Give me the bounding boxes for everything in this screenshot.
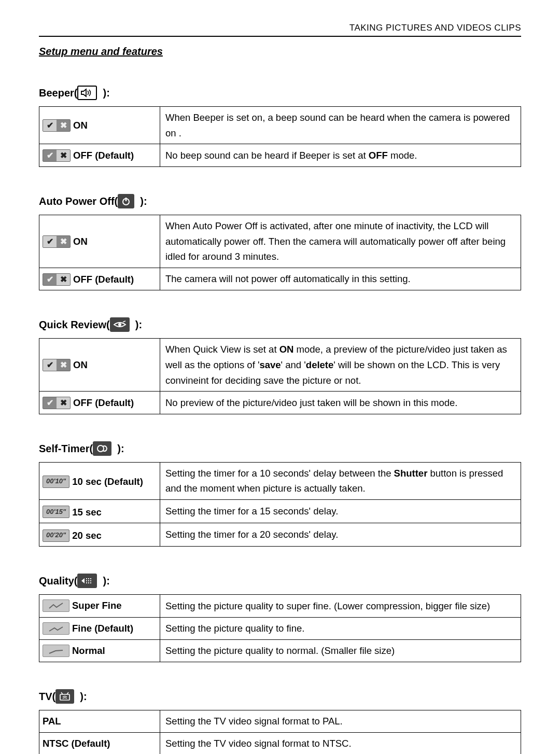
table-row: Super Fine Setting the picture quality t…: [39, 595, 521, 617]
description-cell: Setting the TV video signal format to NT…: [160, 733, 521, 754]
tv-section: TV( ): PAL Setting the TV video signal f…: [39, 688, 521, 754]
option-label: ON: [73, 357, 88, 373]
st-table: 00'10" 10 sec (Default) Setting the time…: [39, 462, 521, 547]
table-row: ✔✖ OFF (Default) The camera will not pow…: [39, 268, 521, 290]
option-cell: PAL: [39, 710, 160, 733]
option-label: NTSC (Default): [43, 738, 110, 749]
desc-bold: save: [259, 359, 281, 370]
auto-power-off-section: Auto Power Off( ): ✔✖ ON When Auto Power…: [39, 193, 521, 290]
apo-title-suffix: ):: [134, 193, 147, 210]
description-cell: Setting the TV video signal format to PA…: [160, 710, 521, 733]
option-label: 10 sec (Default): [72, 474, 143, 490]
quality-title-text: Quality(: [39, 573, 77, 589]
option-label: OFF (Default): [73, 395, 134, 411]
desc-bold: Shutter: [394, 468, 428, 479]
st-title: Self-Timer( ):: [39, 440, 521, 457]
description-cell: When Beeper is set on, a beep sound can …: [160, 107, 521, 144]
section-title: Setup menu and features: [39, 43, 521, 60]
option-label: 15 sec: [72, 505, 102, 520]
apo-title: Auto Power Off( ):: [39, 193, 521, 210]
svg-line-3: [123, 321, 125, 322]
option-cell: ✔✖ OFF (Default): [39, 144, 160, 167]
qr-title: Quick Review( ):: [39, 316, 521, 333]
option-cell: ✔✖ OFF (Default): [39, 392, 160, 414]
check-cross-off-icon: ✔✖: [43, 149, 71, 162]
option-label: ON: [73, 118, 88, 133]
option-label: Super Fine: [72, 598, 122, 613]
apo-table: ✔✖ ON When Auto Power Off is activated, …: [39, 215, 521, 290]
self-timer-section: Self-Timer( ): 00'10" 10 sec (Default): [39, 440, 521, 547]
description-cell: When Auto Power Off is activated, after …: [160, 215, 521, 268]
table-row: 00'15" 15 sec Setting the timer for a 15…: [39, 499, 521, 523]
option-label: Fine (Default): [72, 621, 133, 636]
check-cross-on-icon: ✔✖: [43, 119, 71, 132]
beeper-title-suffix: ):: [97, 85, 109, 101]
desc-text: mode.: [388, 150, 417, 161]
desc-text: When Quick View is set at: [165, 344, 279, 355]
table-row: ✔✖ ON When Auto Power Off is activated, …: [39, 215, 521, 268]
power-icon: [118, 194, 134, 208]
quality-title: Quality( ):: [39, 573, 521, 589]
desc-text: No beep sound can be heard if Beeper is …: [165, 150, 369, 161]
table-row: Normal Setting the picture quality to no…: [39, 640, 521, 662]
apo-title-text: Auto Power Off(: [39, 193, 118, 210]
self-timer-icon: [93, 441, 111, 456]
st-title-text: Self-Timer(: [39, 440, 93, 457]
description-cell: Setting the timer for a 10 seconds' dela…: [160, 462, 521, 499]
speaker-icon: [77, 86, 97, 100]
description-cell: Setting the picture quality to fine.: [160, 617, 521, 639]
description-cell: When Quick View is set at ON mode, a pre…: [160, 339, 521, 392]
table-row: 00'20" 20 sec Setting the timer for a 20…: [39, 523, 521, 547]
quality-section: Quality( ): Super Fine: [39, 573, 521, 662]
svg-point-2: [118, 323, 121, 326]
document-page: TAKING PICTURES AND VIDEOS CLIPS Setup m…: [0, 0, 560, 754]
description-cell: Setting the picture quality to super fin…: [160, 595, 521, 617]
option-cell: Normal: [39, 640, 160, 662]
option-cell: Super Fine: [39, 595, 160, 617]
qr-title-suffix: ):: [130, 316, 142, 333]
option-cell: 00'15" 15 sec: [39, 499, 160, 523]
quick-review-section: Quick Review( ): ✔✖ ON When: [39, 316, 521, 414]
tv-icon: [55, 689, 74, 704]
table-row: NTSC (Default) Setting the TV video sign…: [39, 733, 521, 754]
description-cell: Setting the picture quality to normal. (…: [160, 640, 521, 662]
table-row: ✔✖ OFF (Default) No beep sound can be he…: [39, 144, 521, 167]
beeper-title-text: Beeper(: [39, 85, 77, 101]
option-label: 20 sec: [72, 528, 102, 543]
option-cell: Fine (Default): [39, 617, 160, 639]
description-cell: The camera will not power off automatica…: [160, 268, 521, 290]
check-cross-on-icon: ✔✖: [43, 235, 71, 248]
option-cell: NTSC (Default): [39, 733, 160, 754]
option-cell: ✔✖ ON: [39, 107, 160, 144]
quality-title-suffix: ):: [97, 573, 109, 589]
description-cell: Setting the timer for a 15 seconds' dela…: [160, 499, 521, 523]
table-row: ✔✖ ON When Beeper is set on, a beep soun…: [39, 107, 521, 144]
desc-bold: ON: [279, 344, 294, 355]
check-cross-off-icon: ✔✖: [43, 273, 71, 286]
option-label: ON: [73, 234, 88, 249]
running-header: TAKING PICTURES AND VIDEOS CLIPS: [39, 21, 521, 37]
option-cell: ✔✖ ON: [39, 215, 160, 268]
quality-normal-icon: [43, 645, 69, 657]
description-cell: No beep sound can be heard if Beeper is …: [160, 144, 521, 167]
tv-title: TV( ):: [39, 688, 521, 705]
st-title-suffix: ):: [111, 440, 124, 457]
description-cell: Setting the timer for a 20 seconds' dela…: [160, 523, 521, 547]
tv-title-suffix: ):: [74, 688, 87, 705]
table-row: ✔✖ ON When Quick View is set at ON mode,…: [39, 339, 521, 392]
qr-title-text: Quick Review(: [39, 316, 110, 333]
option-label: PAL: [43, 716, 61, 727]
option-label: OFF (Default): [73, 148, 134, 163]
tv-title-text: TV(: [39, 688, 55, 705]
option-cell: 00'10" 10 sec (Default): [39, 462, 160, 499]
table-row: PAL Setting the TV video signal format t…: [39, 710, 521, 733]
quality-fine-icon: [43, 622, 69, 635]
timer-15-icon: 00'15": [43, 506, 69, 518]
qr-table: ✔✖ ON When Quick View is set at ON mode,…: [39, 338, 521, 414]
check-cross-off-icon: ✔✖: [43, 397, 71, 409]
quality-icon: [77, 574, 97, 588]
table-row: ✔✖ OFF (Default) No preview of the pictu…: [39, 392, 521, 414]
option-cell: ✔✖ ON: [39, 339, 160, 392]
option-cell: ✔✖ OFF (Default): [39, 268, 160, 290]
description-cell: No preview of the picture/video just tak…: [160, 392, 521, 414]
